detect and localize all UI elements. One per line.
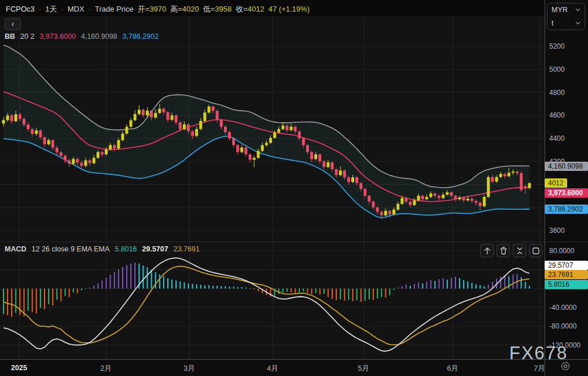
maximize-pane-button[interactable] [529,244,542,257]
symbol-meta: Trade Price [95,5,134,13]
currency-value: MYR [552,6,568,14]
symbol-meta: MDX [68,5,84,13]
symbol-header: FCPOc3·1天·MDX·Trade Price开=3970高=4020低=3… [6,4,310,14]
price-tick-label: 5000 [549,65,565,74]
ohlc-label: 收= [236,4,248,14]
bb-lower-value: 3,786.2902 [123,32,159,41]
collapse-pane-button[interactable] [513,244,526,257]
back-button[interactable]: ‹ [5,18,21,30]
watermark: FX678 [509,343,568,364]
nut-settings-icon [560,361,571,371]
symbol-meta: 1天 [45,4,57,14]
chevron-down-icon [575,8,580,12]
chart-canvas[interactable] [0,0,588,376]
time-tick-label: 2025 [11,364,27,372]
separator-dot: · [89,5,91,13]
ohlc-label: 高= [170,4,182,14]
currency-dropdown[interactable]: MYR [547,3,585,17]
ohlc-field: 高=4020 [170,4,199,14]
price-tick-label: 4600 [549,111,565,119]
macd-tick-label: -80.0000 [549,322,576,330]
macd-badge: 23.7691 [545,270,588,279]
ohlc-field: 收=4012 [236,4,264,14]
macd-line-value: 29.5707 [142,245,168,253]
currency-selector: MYR t [547,3,585,30]
price-tick-label: 5200 [549,42,565,50]
price-badge: 3,973.6000 [545,188,588,198]
chevron-left-icon: ‹ [12,19,14,28]
price-tick-label: 4400 [549,134,565,143]
symbol-name: FCPOc3 [6,5,35,13]
macd-tick-label: -40.0000 [549,304,576,312]
bb-indicator-label: BB20 23,973.60004,160.90983,786.2902 [5,32,159,41]
time-tick-label: 5月 [358,364,369,374]
chevron-down-icon [575,21,580,25]
price-badge: 4,160.9098 [545,162,588,171]
price-tick-label: 3600 [549,227,565,235]
macd-indicator-label: MACD12 26 close 9 EMA EMA5.801629.570723… [5,245,200,253]
time-tick-label: 4月 [267,364,278,374]
time-tick-label: 7月 [534,364,545,374]
delete-pane-button[interactable] [497,244,510,257]
ohlc-label: 低= [203,4,215,14]
macd-params: 12 26 close 9 EMA EMA [32,245,110,253]
macd-name: MACD [5,245,27,253]
ohlc-field: 低=3958 [203,4,232,14]
trading-chart-app: FCPOc3·1天·MDX·Trade Price开=3970高=4020低=3… [0,0,588,376]
unit-value: t [552,19,553,27]
time-tick-label: 2月 [100,364,111,374]
bb-mid-value: 3,973.6000 [39,32,76,41]
price-badge: 4012 [545,178,567,188]
pane-toolbar [480,244,542,257]
separator-dot: · [61,5,63,13]
bb-name: BB [5,32,15,41]
separator-dot: · [39,5,41,13]
macd-badge: 29.5707 [545,261,588,270]
time-tick-label: 3月 [183,364,194,374]
macd-signal-value: 23.7691 [174,245,200,253]
maximize-pane-icon [530,245,542,257]
delete-pane-icon [498,245,509,257]
ohlc-field: 开=3970 [138,4,167,14]
ohlc-label: 开= [138,4,150,14]
collapse-pane-icon [514,245,525,257]
bb-params: 20 2 [20,32,34,41]
time-tick-label: 6月 [447,364,458,374]
macd-hist-value: 5.8016 [115,245,137,253]
bb-upper-value: 4,160.9098 [81,32,117,41]
ohlc-value: 4020 [182,5,199,13]
macd-tick-label: 80.0000 [549,247,574,255]
macd-badge: 5.8016 [545,280,588,289]
change-value: 47 (+1.19%) [269,5,310,13]
ohlc-value: 4012 [248,5,264,13]
move-pane-up-icon [482,245,493,257]
price-badge: 3,786.2902 [545,205,588,214]
axis-settings-button[interactable] [560,361,571,373]
ohlc-value: 3958 [215,5,231,13]
price-tick-label: 4800 [549,89,565,97]
ohlc-value: 3970 [149,5,166,13]
unit-dropdown[interactable]: t [547,17,585,30]
move-pane-up-button[interactable] [480,244,494,257]
